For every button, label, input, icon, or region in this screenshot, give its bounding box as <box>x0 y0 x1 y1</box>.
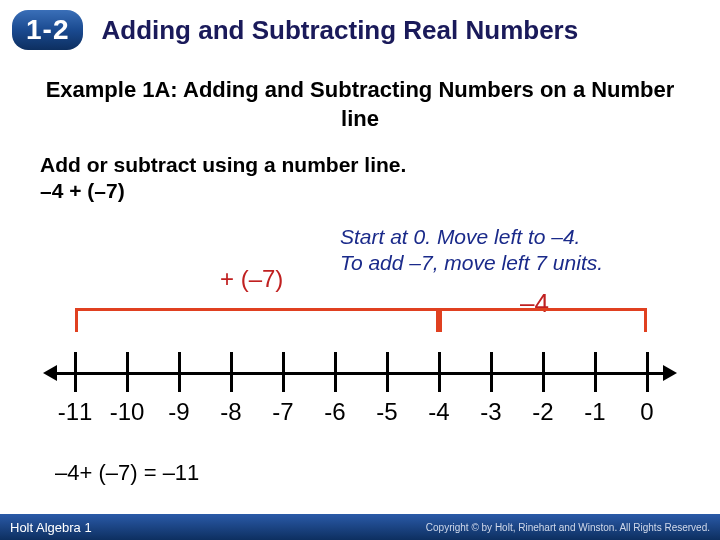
tick-mark <box>490 352 493 392</box>
tick-mark <box>126 352 129 392</box>
tick-label: -7 <box>272 398 293 426</box>
footer-book-title: Holt Algebra 1 <box>10 520 92 535</box>
tick-label: -6 <box>324 398 345 426</box>
tick-mark <box>178 352 181 392</box>
tick-label: -3 <box>480 398 501 426</box>
tick-mark <box>646 352 649 392</box>
tick-label: 0 <box>640 398 653 426</box>
chapter-title: Adding and Subtracting Real Numbers <box>101 15 578 46</box>
hint-text: Start at 0. Move left to –4. To add –7, … <box>340 224 603 277</box>
tick-mark <box>334 352 337 392</box>
expression-text: –4 + (–7) <box>40 179 720 203</box>
tick-mark <box>542 352 545 392</box>
tick-label: -11 <box>58 398 93 426</box>
result-equation: –4+ (–7) = –11 <box>55 460 199 486</box>
jump-bracket-four <box>439 308 647 332</box>
jump-bracket-seven <box>75 308 439 332</box>
footer-copyright: Copyright © by Holt, Rinehart and Winsto… <box>426 522 710 533</box>
tick-label: -9 <box>168 398 189 426</box>
tick-mark <box>282 352 285 392</box>
tick-mark <box>386 352 389 392</box>
number-line-diagram: -11-10-9-8-7-6-5-4-3-2-10 <box>55 290 665 440</box>
slide-footer: Holt Algebra 1 Copyright © by Holt, Rine… <box>0 514 720 540</box>
tick-mark <box>74 352 77 392</box>
instruction-text: Add or subtract using a number line. <box>40 153 720 177</box>
tick-label: -5 <box>376 398 397 426</box>
tick-label: -4 <box>428 398 449 426</box>
operation-label: + (–7) <box>220 265 283 293</box>
example-title: Example 1A: Adding and Subtracting Numbe… <box>30 76 690 133</box>
tick-mark <box>594 352 597 392</box>
slide-header: 1-2 Adding and Subtracting Real Numbers <box>0 0 720 58</box>
tick-label: -10 <box>110 398 145 426</box>
number-line-axis <box>55 372 665 375</box>
hint-line-2: To add –7, move left 7 units. <box>340 251 603 274</box>
section-number-badge: 1-2 <box>12 10 83 50</box>
tick-mark <box>438 352 441 392</box>
tick-label: -8 <box>220 398 241 426</box>
tick-label: -2 <box>532 398 553 426</box>
tick-mark <box>230 352 233 392</box>
hint-line-1: Start at 0. Move left to –4. <box>340 225 580 248</box>
tick-label: -1 <box>584 398 605 426</box>
